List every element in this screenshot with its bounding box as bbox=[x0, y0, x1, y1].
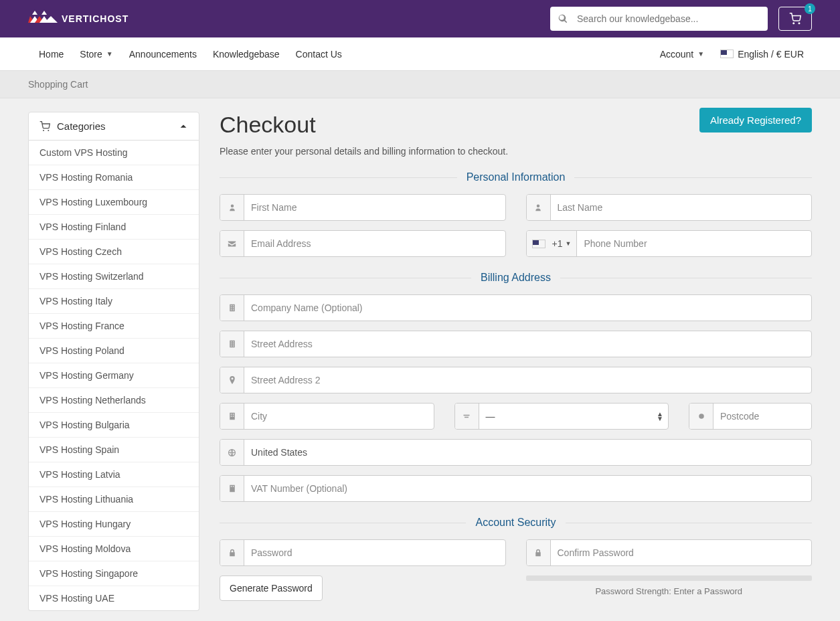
brand-text: VERTICHOST bbox=[62, 13, 129, 24]
state-select[interactable]: — bbox=[454, 403, 669, 430]
cart-button[interactable]: 1 bbox=[778, 7, 812, 31]
cart-badge: 1 bbox=[805, 3, 815, 14]
building-icon bbox=[220, 476, 244, 501]
flag-us-icon bbox=[720, 50, 734, 58]
nav-locale[interactable]: English / € EUR bbox=[712, 37, 812, 70]
search-icon bbox=[558, 14, 568, 23]
search-input[interactable] bbox=[577, 13, 760, 24]
svg-point-9 bbox=[43, 130, 44, 131]
lock-icon bbox=[220, 540, 244, 565]
globe-icon bbox=[220, 440, 244, 465]
vat-field[interactable] bbox=[220, 475, 812, 502]
phone-country-selector[interactable]: +1 ▼ bbox=[527, 231, 578, 256]
section-billing: Billing Address bbox=[220, 272, 812, 284]
svg-marker-0 bbox=[32, 11, 37, 15]
building-icon bbox=[220, 404, 244, 429]
company-field[interactable] bbox=[220, 294, 812, 321]
building-icon bbox=[220, 295, 244, 321]
phone-field[interactable]: +1 ▼ bbox=[526, 230, 813, 257]
checkout-main: Already Registered? Checkout Please ente… bbox=[220, 112, 812, 610]
sidebar-category-item[interactable]: VPS Hosting Finland bbox=[29, 215, 199, 240]
sidebar-category-item[interactable]: VPS Hosting France bbox=[29, 314, 199, 339]
sidebar-category-item[interactable]: VPS Hosting Czech bbox=[29, 240, 199, 264]
street2-field[interactable] bbox=[220, 367, 812, 393]
lock-icon bbox=[527, 540, 551, 565]
sidebar-category-item[interactable]: VPS Hosting Moldova bbox=[29, 537, 199, 561]
categories-title: Categories bbox=[57, 120, 106, 132]
confirm-password-field[interactable] bbox=[526, 539, 813, 566]
street1-field[interactable] bbox=[220, 331, 812, 357]
sidebar-category-item[interactable]: VPS Hosting Romania bbox=[29, 165, 199, 190]
svg-point-7 bbox=[793, 23, 794, 24]
svg-point-8 bbox=[799, 23, 800, 24]
nav-store[interactable]: Store▼ bbox=[72, 37, 120, 70]
nav-home[interactable]: Home bbox=[28, 37, 72, 70]
sidebar-category-item[interactable]: VPS Hosting Singapore bbox=[29, 561, 199, 586]
section-security: Account Security bbox=[220, 517, 812, 529]
cart-icon bbox=[39, 121, 50, 132]
password-strength-text: Password Strength: Enter a Password bbox=[526, 586, 813, 596]
building-icon bbox=[220, 331, 244, 357]
section-personal: Personal Information bbox=[220, 171, 812, 183]
sidebar-category-item[interactable]: VPS Hosting UAE bbox=[29, 586, 199, 610]
logo-icon bbox=[28, 9, 58, 28]
postcode-field[interactable] bbox=[689, 403, 812, 430]
password-field[interactable] bbox=[220, 539, 506, 566]
sidebar-category-item[interactable]: VPS Hosting Luxembourg bbox=[29, 190, 199, 215]
sidebar-category-item[interactable]: VPS Hosting Netherlands bbox=[29, 388, 199, 413]
sidebar-category-item[interactable]: Custom VPS Hosting bbox=[29, 141, 199, 165]
sidebar-category-item[interactable]: VPS Hosting Poland bbox=[29, 339, 199, 363]
search-box[interactable] bbox=[550, 7, 768, 31]
nav-account[interactable]: Account▼ bbox=[652, 37, 713, 70]
sidebar-category-item[interactable]: VPS Hosting Lithuania bbox=[29, 487, 199, 512]
page-subtitle: Please enter your personal details and b… bbox=[220, 146, 812, 157]
svg-point-10 bbox=[48, 130, 49, 131]
envelope-icon bbox=[220, 231, 244, 256]
email-field[interactable] bbox=[220, 230, 506, 257]
sidebar: Categories Custom VPS HostingVPS Hosting… bbox=[28, 112, 199, 611]
flag-us-icon bbox=[532, 240, 545, 248]
sidebar-category-item[interactable]: VPS Hosting Latvia bbox=[29, 462, 199, 487]
last-name-field[interactable] bbox=[526, 194, 813, 221]
svg-rect-12 bbox=[465, 417, 469, 418]
main-nav: Home Store▼ Announcements Knowledgebase … bbox=[0, 37, 840, 71]
sidebar-category-item[interactable]: VPS Hosting Hungary bbox=[29, 512, 199, 537]
topbar: VERTICHOST 1 bbox=[0, 0, 840, 37]
nav-announcements[interactable]: Announcements bbox=[121, 37, 205, 70]
sidebar-category-item[interactable]: VPS Hosting Switzerland bbox=[29, 264, 199, 289]
cart-icon bbox=[789, 13, 801, 25]
certificate-icon bbox=[689, 404, 713, 429]
nav-knowledgebase[interactable]: Knowledgebase bbox=[205, 37, 288, 70]
caret-down-icon: ▼ bbox=[565, 240, 571, 247]
sidebar-category-item[interactable]: VPS Hosting Germany bbox=[29, 363, 199, 388]
map-pin-icon bbox=[220, 367, 244, 393]
caret-down-icon: ▼ bbox=[106, 50, 113, 58]
user-icon bbox=[220, 195, 244, 220]
sidebar-category-item[interactable]: VPS Hosting Spain bbox=[29, 438, 199, 462]
sidebar-category-item[interactable]: VPS Hosting Italy bbox=[29, 289, 199, 314]
chevron-up-icon bbox=[179, 122, 188, 131]
nav-contact[interactable]: Contact Us bbox=[288, 37, 350, 70]
map-icon bbox=[455, 404, 479, 429]
city-field[interactable] bbox=[220, 403, 434, 430]
sidebar-category-item[interactable]: VPS Hosting Bulgaria bbox=[29, 413, 199, 438]
country-select[interactable]: United States bbox=[220, 439, 812, 466]
password-strength-bar bbox=[526, 575, 813, 581]
first-name-field[interactable] bbox=[220, 194, 506, 221]
caret-down-icon: ▼ bbox=[697, 50, 704, 58]
svg-point-13 bbox=[699, 414, 704, 419]
svg-rect-11 bbox=[464, 415, 470, 416]
brand-logo[interactable]: VERTICHOST bbox=[28, 9, 129, 28]
categories-list: Custom VPS HostingVPS Hosting RomaniaVPS… bbox=[28, 141, 199, 611]
already-registered-button[interactable]: Already Registered? bbox=[699, 108, 812, 132]
categories-header[interactable]: Categories bbox=[28, 112, 199, 141]
user-icon bbox=[527, 195, 551, 220]
breadcrumb: Shopping Cart bbox=[0, 71, 840, 98]
generate-password-button[interactable]: Generate Password bbox=[220, 575, 323, 601]
svg-marker-3 bbox=[41, 11, 47, 15]
